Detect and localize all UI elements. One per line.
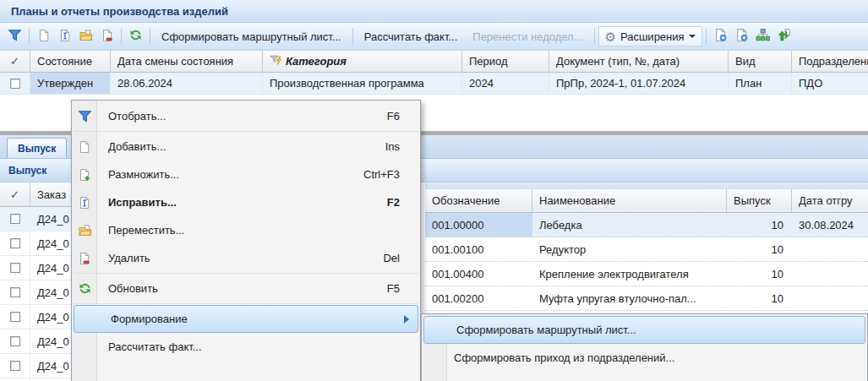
org-chart-icon: [756, 28, 770, 45]
check-icon: ✓: [10, 55, 19, 68]
item-code-cell[interactable]: 001.00200: [425, 286, 532, 310]
item-code-cell[interactable]: 001.00400: [425, 262, 532, 286]
menu-item-calc-fact[interactable]: Рассчитать факт...: [72, 333, 420, 361]
row-checkbox[interactable]: [10, 79, 20, 89]
column-header-code[interactable]: Обозначение: [425, 189, 532, 212]
check-icon: ✓: [10, 188, 19, 201]
row-checkbox[interactable]: [10, 336, 20, 346]
cell-state-date[interactable]: 28.06.2024: [111, 73, 263, 94]
export-document-icon: [713, 28, 728, 45]
item-name-cell[interactable]: Муфта упругая втулочно-пал...: [532, 286, 727, 310]
menu-separator: [74, 131, 418, 132]
row-check-cell[interactable]: [0, 73, 30, 94]
cell-period[interactable]: 2024: [462, 73, 549, 94]
move-folder-icon: [79, 29, 93, 45]
edit-button[interactable]: [54, 26, 75, 46]
extensions-button[interactable]: ⚙ Расширения: [598, 26, 702, 46]
row-checkbox[interactable]: [10, 263, 20, 273]
item-qty-cell[interactable]: 10: [727, 286, 792, 310]
menu-item-add[interactable]: Добавить... Ins: [72, 133, 420, 161]
item-date-cell[interactable]: 30.08.2024: [792, 213, 868, 237]
move-unfinished-button: Перенести недодел...: [465, 26, 590, 46]
row-checkbox[interactable]: [10, 361, 20, 371]
item-name-cell[interactable]: Лебедка: [532, 213, 727, 237]
submenu-arrow-icon: [404, 315, 409, 324]
item-qty-cell[interactable]: 10: [727, 213, 792, 237]
row-checkbox[interactable]: [10, 238, 20, 248]
delete-document-icon: [72, 252, 97, 265]
column-header-state-date[interactable]: Дата смены состояния: [111, 51, 263, 72]
export-button[interactable]: [710, 26, 731, 46]
cell-state[interactable]: Утвержден: [30, 73, 111, 94]
formation-submenu: Сформировать маршрутный лист... Сформиро…: [421, 313, 868, 381]
check-column-header[interactable]: ✓: [0, 51, 30, 72]
column-header-ship-date[interactable]: Дата отгру: [792, 189, 868, 212]
item-row[interactable]: 001.00200 Муфта упругая втулочно-пал... …: [425, 286, 868, 311]
column-header-period[interactable]: Период: [462, 51, 549, 72]
item-date-cell[interactable]: [792, 286, 868, 310]
calc-fact-label: Рассчитать факт...: [364, 30, 458, 43]
cell-kind[interactable]: План: [729, 73, 792, 94]
application-window: Планы и отчеты производства изделий: [0, 0, 868, 381]
item-code-cell[interactable]: 001.00000: [425, 213, 532, 237]
item-name-cell[interactable]: Крепление электродвигателя: [532, 262, 727, 286]
import-button[interactable]: [731, 26, 752, 46]
column-header-category[interactable]: Категория: [263, 51, 462, 72]
row-checkbox[interactable]: [10, 312, 20, 322]
cell-department[interactable]: ПДО: [792, 73, 868, 94]
menu-item-move[interactable]: Переместить...: [72, 216, 420, 244]
item-row[interactable]: 001.00100 Редуктор 10: [425, 237, 868, 262]
row-checkbox[interactable]: [10, 287, 20, 297]
item-row[interactable]: 001.00400 Крепление электродвигателя 10: [425, 262, 868, 286]
menu-item-filter[interactable]: Отобрать... F6: [72, 102, 420, 130]
add-button[interactable]: [33, 26, 54, 46]
column-header-document[interactable]: Документ (тип, №, дата): [549, 51, 729, 72]
items-top-strip: [425, 182, 868, 189]
tab-vypusk[interactable]: Выпуск: [7, 138, 67, 158]
menu-separator: [74, 273, 418, 274]
submenu-item-receipt[interactable]: Сформировать приход из подразделений...: [422, 344, 867, 372]
item-date-cell[interactable]: [792, 262, 868, 286]
sync-arrows-icon: [777, 28, 791, 45]
column-header-kind[interactable]: Вид: [729, 51, 792, 72]
item-name-cell[interactable]: Редуктор: [532, 237, 727, 261]
column-header-department[interactable]: Подразделени: [792, 51, 868, 72]
move-button[interactable]: [75, 26, 96, 46]
column-header-name[interactable]: Наименование: [532, 189, 727, 212]
orders-check-header[interactable]: ✓: [0, 182, 30, 206]
toolbar-separator: [150, 28, 150, 45]
chevron-down-icon: [689, 35, 696, 38]
cell-document[interactable]: ПрПр, 2024-1, 01.07.2024: [549, 73, 729, 94]
menu-separator: [74, 303, 418, 304]
menu-item-delete[interactable]: Удалить Del: [72, 244, 420, 272]
cell-category[interactable]: Производственная программа: [263, 73, 462, 94]
structure-button[interactable]: [752, 26, 773, 46]
item-date-cell[interactable]: [792, 237, 868, 261]
filter-funnel-icon: [72, 109, 97, 123]
menu-item-refresh[interactable]: Обновить F5: [72, 275, 420, 302]
toolbar-separator: [352, 28, 353, 45]
items-header: Обозначение Наименование Выпуск Дата отг…: [425, 189, 868, 213]
refresh-button[interactable]: [125, 26, 146, 46]
menu-item-duplicate[interactable]: Размножить... Ctrl+F3: [72, 161, 420, 188]
section-title: Выпуск: [8, 165, 46, 177]
item-qty-cell[interactable]: 10: [727, 237, 792, 261]
plans-grid-row[interactable]: Утвержден 28.06.2024 Производственная пр…: [0, 73, 868, 95]
item-row[interactable]: 001.00000 Лебедка 10 30.08.2024: [425, 213, 868, 237]
item-code-cell[interactable]: 001.00100: [425, 237, 532, 261]
menu-item-edit[interactable]: Исправить... F2: [72, 188, 420, 216]
filter-button[interactable]: [4, 26, 25, 46]
calc-fact-button[interactable]: Рассчитать факт...: [357, 26, 466, 46]
toolbar-separator: [121, 28, 122, 45]
column-header-state[interactable]: Состояние: [30, 51, 111, 72]
column-header-qty[interactable]: Выпуск: [727, 189, 792, 212]
context-menu: Отобрать... F6 Добавить... Ins Размножит…: [71, 100, 421, 381]
item-qty-cell[interactable]: 10: [727, 262, 792, 286]
toolbar-separator: [29, 28, 30, 45]
submenu-item-route-sheet[interactable]: Сформировать маршрутный лист...: [423, 316, 865, 344]
row-checkbox[interactable]: [10, 214, 20, 224]
sync-button[interactable]: [773, 26, 794, 46]
menu-item-formation[interactable]: Формирование: [74, 305, 418, 333]
delete-button[interactable]: [96, 26, 117, 46]
form-route-sheet-button[interactable]: Сформировать маршрутный лист...: [154, 26, 349, 46]
